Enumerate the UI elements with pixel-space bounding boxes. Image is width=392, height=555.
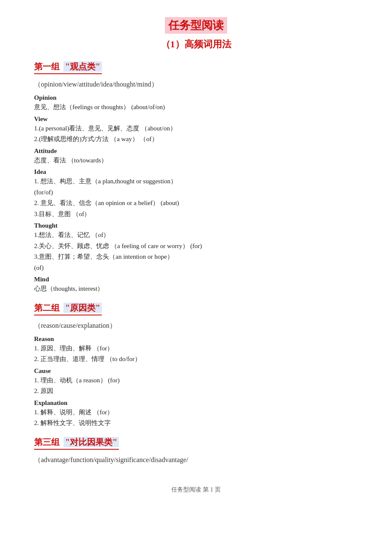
word-title-mind: Mind <box>34 276 358 283</box>
word-def-thought-2: 2.关心、关怀、顾虑、忧虑 （a feeling of care or worr… <box>34 241 358 252</box>
page-title-container: 任务型阅读 <box>34 17 358 34</box>
section-intro-group1: （opinion/view/attitude/idea/thought/mind… <box>34 80 358 89</box>
section-header-group3: 第三组 "对比因果类" <box>34 436 358 450</box>
word-def-reason-1: 1. 原因、理由、解释 （for） <box>34 343 358 354</box>
word-title-reason: Reason <box>34 335 358 343</box>
word-block-view: View 1.(a personal)看法、意见、见解、态度 （about/on… <box>34 116 358 145</box>
word-def-cause-1: 1. 理由、动机（a reason） (for) <box>34 375 358 386</box>
word-block-attitude: Attitude 态度、看法 （to/towards） <box>34 147 358 166</box>
word-block-thought: Thought 1.想法、看法、记忆 （of） 2.关心、关怀、顾虑、忧虑 （a… <box>34 222 358 273</box>
word-def-thought-3: 3.意图、打算；希望、念头（an intention or hope） <box>34 251 358 263</box>
word-title-explanation: Explanation <box>34 399 358 407</box>
word-def-view-2: 2.(理解或思维的)方式/方法 （a way） （of） <box>34 134 358 145</box>
section-intro-group2: （reason/cause/explanation） <box>34 321 358 330</box>
section-group2: 第二组 "原因类" （reason/cause/explanation） Rea… <box>34 302 358 429</box>
word-def-thought-4: (of) <box>34 263 358 274</box>
page-title: 任务型阅读 <box>165 17 227 34</box>
section-group1: 第一组 "观点类" （opinion/view/attitude/idea/th… <box>34 61 358 295</box>
word-block-idea: Idea 1. 想法、构思、主意（a plan,thought or sugge… <box>34 168 358 220</box>
word-block-reason: Reason 1. 原因、理由、解释 （for） 2. 正当理由、道理、情理 （… <box>34 335 358 365</box>
word-title-view: View <box>34 116 358 123</box>
word-block-mind: Mind 心思（thoughts, interest） <box>34 276 358 295</box>
section-header-group2: 第二组 "原因类" <box>34 302 358 315</box>
section-label-group2: 第二组 "原因类" <box>34 302 102 315</box>
word-title-attitude: Attitude <box>34 147 358 155</box>
page-footer: 任务型阅读 第 1 页 <box>34 482 358 494</box>
word-def-idea-3: 2. 意见、看法、信念（an opinion or a belief） (abo… <box>34 198 358 209</box>
word-def-reason-2: 2. 正当理由、道理、情理 （to do/for） <box>34 354 358 365</box>
word-def-cause-2: 2. 原因 <box>34 386 358 397</box>
section-label-group3: 第三组 "对比因果类" <box>34 436 119 450</box>
word-def-explanation-1: 1. 解释、说明、阐述 （for） <box>34 407 358 418</box>
section-group3: 第三组 "对比因果类" （advantage/function/quality/… <box>34 436 358 465</box>
word-def-mind-1: 心思（thoughts, interest） <box>34 283 358 295</box>
word-title-idea: Idea <box>34 168 358 176</box>
word-def-explanation-2: 2. 解释性文字、说明性文字 <box>34 418 358 429</box>
word-title-thought: Thought <box>34 222 358 229</box>
word-def-attitude-1: 态度、看法 （to/towards） <box>34 155 358 166</box>
word-block-opinion: Opinion 意见、想法（feelings or thoughts） (abo… <box>34 94 358 113</box>
word-block-explanation: Explanation 1. 解释、说明、阐述 （for） 2. 解释性文字、说… <box>34 399 358 429</box>
word-def-idea-2: (for/of) <box>34 187 358 198</box>
word-def-opinion-1: 意见、想法（feelings or thoughts） (about/of/on… <box>34 102 358 113</box>
section-header-group1: 第一组 "观点类" <box>34 61 358 74</box>
word-def-view-1: 1.(a personal)看法、意见、见解、态度 （about/on） <box>34 123 358 134</box>
word-def-thought-1: 1.想法、看法、记忆 （of） <box>34 230 358 241</box>
section-intro-group3: （advantage/function/quality/significance… <box>34 456 358 465</box>
word-block-cause: Cause 1. 理由、动机（a reason） (for) 2. 原因 <box>34 367 358 397</box>
page-subtitle: （1）高频词用法 <box>34 38 358 51</box>
section-label-group1: 第一组 "观点类" <box>34 61 102 74</box>
word-def-idea-4: 3.目标、意图 （of） <box>34 209 358 220</box>
word-title-opinion: Opinion <box>34 94 358 101</box>
word-def-idea-1: 1. 想法、构思、主意（a plan,thought or suggestion… <box>34 176 358 187</box>
word-title-cause: Cause <box>34 367 358 375</box>
